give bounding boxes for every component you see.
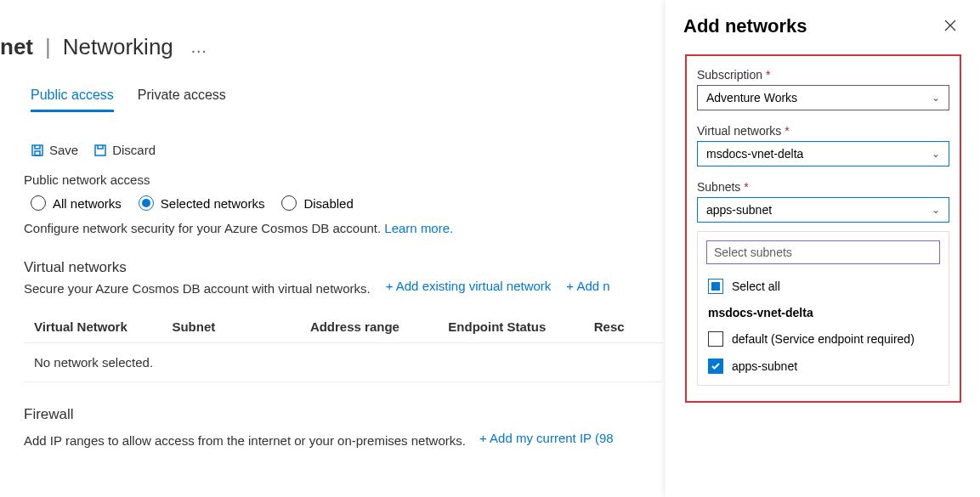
add-networks-panel: Add networks Subscription * Adventure Wo… xyxy=(666,0,980,497)
discard-icon xyxy=(93,144,107,157)
virtual-networks-label: Virtual networks xyxy=(697,124,781,138)
radio-circle-empty xyxy=(281,195,297,211)
subnet-option-apps-label: apps-subnet xyxy=(732,359,797,373)
save-icon xyxy=(31,144,44,157)
discard-button[interactable]: Discard xyxy=(93,143,156,157)
add-my-ip-link[interactable]: + Add my current IP (98 xyxy=(479,431,614,445)
resource-name-suffix: net xyxy=(0,34,33,60)
close-icon xyxy=(944,20,956,31)
chevron-down-icon: ⌄ xyxy=(932,148,940,160)
col-endpoint-status: Endpoint Status xyxy=(448,319,593,334)
checkbox-checked xyxy=(708,359,723,374)
firewall-heading: Firewall xyxy=(24,406,663,423)
subnets-label: Subnets xyxy=(697,180,740,194)
radio-selected-networks[interactable]: Selected networks xyxy=(139,195,265,211)
firewall-description: Add IP ranges to allow access from the i… xyxy=(24,433,466,448)
subscription-select[interactable]: Adventure Works ⌄ xyxy=(697,85,949,110)
subnets-dropdown: Select subnets Select all msdocs-vnet-de… xyxy=(697,231,949,386)
radio-all-networks[interactable]: All networks xyxy=(31,195,122,211)
required-asterisk: * xyxy=(744,180,748,194)
subnet-option-apps[interactable]: apps-subnet xyxy=(706,353,940,380)
col-virtual-network: Virtual Network xyxy=(34,319,172,334)
page-section-title: Networking xyxy=(63,34,173,60)
radio-disabled-label: Disabled xyxy=(303,196,353,211)
add-existing-vnet-link[interactable]: + Add existing virtual network xyxy=(386,279,552,293)
radio-selected-label: Selected networks xyxy=(161,196,265,211)
select-all-label: Select all xyxy=(732,280,780,293)
select-all-option[interactable]: Select all xyxy=(706,273,940,300)
subnet-option-default-label: default (Service endpoint required) xyxy=(732,332,915,346)
more-menu-button[interactable]: … xyxy=(182,37,209,57)
panel-title: Add networks xyxy=(683,15,807,37)
title-separator: | xyxy=(42,34,54,60)
svg-rect-2 xyxy=(95,145,105,155)
learn-more-link[interactable]: Learn more. xyxy=(384,221,453,235)
discard-label: Discard xyxy=(112,143,156,157)
subnet-group-label: msdocs-vnet-delta xyxy=(706,300,940,325)
radio-disabled[interactable]: Disabled xyxy=(281,195,353,211)
col-resource: Resc xyxy=(594,319,663,334)
svg-rect-0 xyxy=(32,145,42,155)
col-address-range: Address range xyxy=(310,319,448,334)
checkbox-partial xyxy=(708,279,723,294)
add-new-vnet-link[interactable]: + Add n xyxy=(566,279,609,293)
subnet-option-default[interactable]: default (Service endpoint required) xyxy=(706,325,940,353)
required-asterisk: * xyxy=(766,68,770,82)
public-access-label: Public network access xyxy=(24,172,663,187)
vnet-table-header: Virtual Network Subnet Address range End… xyxy=(24,311,663,342)
public-access-description: Configure network security for your Azur… xyxy=(24,221,384,235)
tab-public-access[interactable]: Public access xyxy=(31,88,114,112)
save-label: Save xyxy=(49,143,78,157)
save-button[interactable]: Save xyxy=(31,143,78,157)
col-subnet: Subnet xyxy=(172,319,309,334)
close-panel-button[interactable] xyxy=(944,18,956,36)
subnets-value: apps-subnet xyxy=(706,203,772,217)
subscription-label: Subscription xyxy=(697,68,762,82)
checkbox-unchecked xyxy=(708,331,723,347)
required-asterisk: * xyxy=(785,124,789,138)
tab-private-access[interactable]: Private access xyxy=(138,88,226,112)
chevron-down-icon: ⌄ xyxy=(932,92,940,104)
radio-circle-empty xyxy=(31,195,46,211)
virtual-networks-select[interactable]: msdocs-vnet-delta ⌄ xyxy=(697,141,949,167)
subscription-value: Adventure Works xyxy=(706,91,797,104)
highlighted-form-area: Subscription * Adventure Works ⌄ Virtual… xyxy=(685,54,961,403)
virtual-networks-value: msdocs-vnet-delta xyxy=(706,147,803,161)
virtual-networks-heading: Virtual networks xyxy=(24,259,663,276)
subnets-select[interactable]: apps-subnet ⌄ xyxy=(697,197,949,223)
radio-circle-selected xyxy=(139,195,154,211)
vnet-table-empty-row: No network selected. xyxy=(24,342,663,382)
subnet-filter-input[interactable]: Select subnets xyxy=(706,240,940,264)
chevron-down-icon: ⌄ xyxy=(932,204,940,216)
svg-rect-1 xyxy=(35,151,40,155)
radio-all-label: All networks xyxy=(53,196,122,211)
virtual-networks-description: Secure your Azure Cosmos DB account with… xyxy=(24,281,371,296)
